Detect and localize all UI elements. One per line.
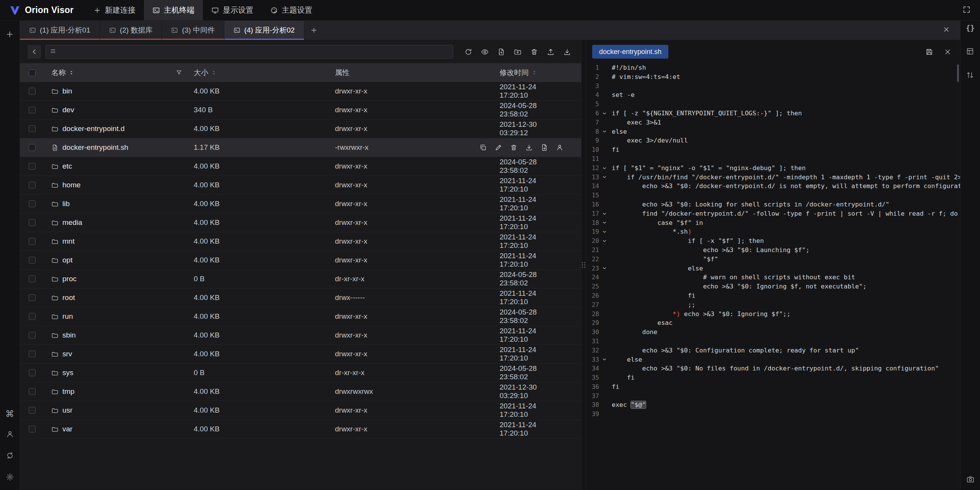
table-row[interactable]: opt4.00 KBdrwxr-xr-x2021-11-24 17:20:10 xyxy=(20,251,581,270)
row-checkbox[interactable] xyxy=(29,407,36,414)
table-row[interactable]: var4.00 KBdrwxr-xr-x2021-11-24 17:20:10 xyxy=(20,420,581,439)
table-row[interactable]: root4.00 KBdrwx------2021-11-24 17:20:10 xyxy=(20,288,581,307)
fold-chevron-icon[interactable] xyxy=(599,355,609,364)
code-line[interactable]: 36fi xyxy=(586,382,960,392)
code-line[interactable]: 6if [ -z "${NGINX_ENTRYPOINT_QUIET_LOGS:… xyxy=(586,109,960,118)
table-row[interactable]: lib4.00 KBdrwxr-xr-x2021-11-24 17:20:10 xyxy=(20,195,581,213)
row-checkbox[interactable] xyxy=(29,369,36,376)
new-file-button[interactable] xyxy=(495,45,508,58)
code-line[interactable]: 30 done xyxy=(586,328,960,337)
code-line[interactable]: 21 echo >&3 "$0: Launching $f"; xyxy=(586,246,960,255)
code-line[interactable]: 32 echo >&3 "$0: Configuration complete;… xyxy=(586,346,960,355)
fold-chevron-icon[interactable] xyxy=(599,218,609,228)
code-line[interactable]: 11 xyxy=(586,154,960,164)
code-line[interactable]: 22 "$f" xyxy=(586,255,960,264)
terminal-tab-3[interactable]: (3) 中间件 xyxy=(162,21,224,40)
row-checkbox[interactable] xyxy=(29,313,36,320)
copy-path-button[interactable] xyxy=(479,144,487,151)
code-line[interactable]: 34 echo >&3 "$0: No files found in /dock… xyxy=(586,364,960,373)
code-line[interactable]: 37 xyxy=(586,392,960,401)
row-checkbox[interactable] xyxy=(29,182,36,188)
fold-chevron-icon[interactable] xyxy=(599,109,609,118)
editor-scrollbar[interactable] xyxy=(957,64,959,82)
code-line[interactable]: 16 echo >&3 "$0: Looking for shell scrip… xyxy=(586,200,960,209)
table-row[interactable]: docker-entrypoint.sh1.17 KB-rwxrwxr-x xyxy=(20,138,581,157)
select-all-checkbox[interactable] xyxy=(29,69,36,76)
row-checkbox[interactable] xyxy=(29,125,36,132)
rail-add-button[interactable] xyxy=(5,30,14,40)
code-line[interactable]: 4set -e xyxy=(586,90,960,100)
table-row[interactable]: mnt4.00 KBdrwxr-xr-x2021-11-24 17:20:10 xyxy=(20,232,581,251)
delete-button[interactable] xyxy=(528,45,541,58)
upload-button[interactable] xyxy=(544,45,557,58)
menu-item-theme-settings[interactable]: 主题设置 xyxy=(262,0,321,20)
code-line[interactable]: 19 *.sh) xyxy=(586,227,960,236)
rail-sync-button[interactable] xyxy=(6,451,14,461)
code-line[interactable]: 20 if [ -x "$f" ]; then xyxy=(586,236,960,246)
table-row[interactable]: sbin4.00 KBdrwxr-xr-x2021-11-24 17:20:10 xyxy=(20,326,581,345)
table-row[interactable]: srv4.00 KBdrwxr-xr-x2021-11-24 17:20:10 xyxy=(20,345,581,364)
column-header-mtime[interactable]: 修改时间 xyxy=(500,68,537,78)
move-button[interactable] xyxy=(541,144,548,151)
strip-screenshot-button[interactable] xyxy=(966,475,975,483)
code-line[interactable]: 39 xyxy=(586,410,960,419)
rail-command-button[interactable]: ⌘ xyxy=(5,410,14,418)
rail-user-button[interactable] xyxy=(6,430,14,440)
code-line[interactable]: 27 ;; xyxy=(586,300,960,310)
code-line[interactable]: 7 exec 3>&1 xyxy=(586,118,960,127)
table-row[interactable]: sys0 Bdr-xr-xr-x2024-05-28 23:58:02 xyxy=(20,364,581,382)
row-checkbox[interactable] xyxy=(29,351,36,357)
code-line[interactable]: 15 xyxy=(586,191,960,200)
row-checkbox[interactable] xyxy=(29,200,36,207)
row-checkbox[interactable] xyxy=(29,388,36,395)
code-line[interactable]: 13 if /usr/bin/find "/docker-entrypoint.… xyxy=(586,173,960,182)
table-row[interactable]: etc4.00 KBdrwxr-xr-x2024-05-28 23:58:02 xyxy=(20,157,581,176)
code-line[interactable]: 38exec "$@" xyxy=(586,400,960,410)
download-button[interactable] xyxy=(560,45,573,58)
row-checkbox[interactable] xyxy=(29,426,36,433)
code-line[interactable]: 12if [ "$1" = "nginx" -o "$1" = "nginx-d… xyxy=(586,164,960,173)
code-line[interactable]: 2# vim:sw=4:ts=4:et xyxy=(586,72,960,82)
table-row[interactable]: run4.00 KBdrwxr-xr-x2024-05-28 23:58:02 xyxy=(20,307,581,326)
code-line[interactable]: 26 fi xyxy=(586,291,960,300)
code-line[interactable]: 9 exec 3>/dev/null xyxy=(586,136,960,145)
strip-layout-button[interactable] xyxy=(966,47,974,56)
code-line[interactable]: 35 fi xyxy=(586,373,960,382)
fold-chevron-icon[interactable] xyxy=(599,127,609,136)
table-row[interactable]: media4.00 KBdrwxr-xr-x2021-11-24 17:20:1… xyxy=(20,213,581,232)
row-checkbox[interactable] xyxy=(29,163,36,170)
save-button[interactable] xyxy=(923,45,936,58)
code-line[interactable]: 8else xyxy=(586,127,960,136)
delete-file-button[interactable] xyxy=(510,144,518,151)
new-folder-button[interactable] xyxy=(511,45,524,58)
code-line[interactable]: 25 echo >&3 "$0: Ignoring $f, not execut… xyxy=(586,282,960,291)
row-checkbox[interactable] xyxy=(29,275,36,282)
menu-item-new-connection[interactable]: 新建连接 xyxy=(85,0,144,20)
code-line[interactable]: 31 xyxy=(586,337,960,346)
code-line[interactable]: 28 *) echo >&3 "$0: Ignoring $f";; xyxy=(586,310,960,319)
refresh-button[interactable] xyxy=(462,45,475,58)
fullscreen-button[interactable] xyxy=(962,5,971,15)
row-checkbox[interactable] xyxy=(29,144,36,151)
strip-sort-lines-button[interactable] xyxy=(966,71,974,79)
code-line[interactable]: 24 # warn on shell scripts without exec … xyxy=(586,273,960,282)
close-editor-button[interactable] xyxy=(941,45,954,58)
strip-braces-button[interactable]: {} xyxy=(966,25,975,32)
row-checkbox[interactable] xyxy=(29,257,36,264)
edit-button[interactable] xyxy=(495,144,502,151)
fold-chevron-icon[interactable] xyxy=(599,209,609,218)
code-line[interactable]: 17 find "/docker-entrypoint.d/" -follow … xyxy=(586,209,960,218)
row-checkbox[interactable] xyxy=(29,294,36,301)
table-row[interactable]: bin4.00 KBdrwxr-xr-x2021-11-24 17:20:10 xyxy=(20,82,581,101)
close-panel-button[interactable] xyxy=(942,26,950,35)
row-checkbox[interactable] xyxy=(29,238,36,245)
terminal-tab-1[interactable]: (1) 应用-分析01 xyxy=(20,21,100,40)
terminal-tab-4[interactable]: (4) 应用-分析02 xyxy=(224,21,304,40)
code-line[interactable]: 10fi xyxy=(586,145,960,154)
path-menu-icon[interactable] xyxy=(50,48,56,56)
row-checkbox[interactable] xyxy=(29,107,36,113)
row-checkbox[interactable] xyxy=(29,219,36,226)
table-row[interactable]: home4.00 KBdrwxr-xr-x2021-11-24 17:20:10 xyxy=(20,176,581,195)
code-editor[interactable]: 1#!/bin/sh2# vim:sw=4:ts=4:et34set -e56i… xyxy=(586,63,960,490)
table-row[interactable]: tmp4.00 KBdrwxrwxrwx2021-12-30 03:29:10 xyxy=(20,382,581,401)
